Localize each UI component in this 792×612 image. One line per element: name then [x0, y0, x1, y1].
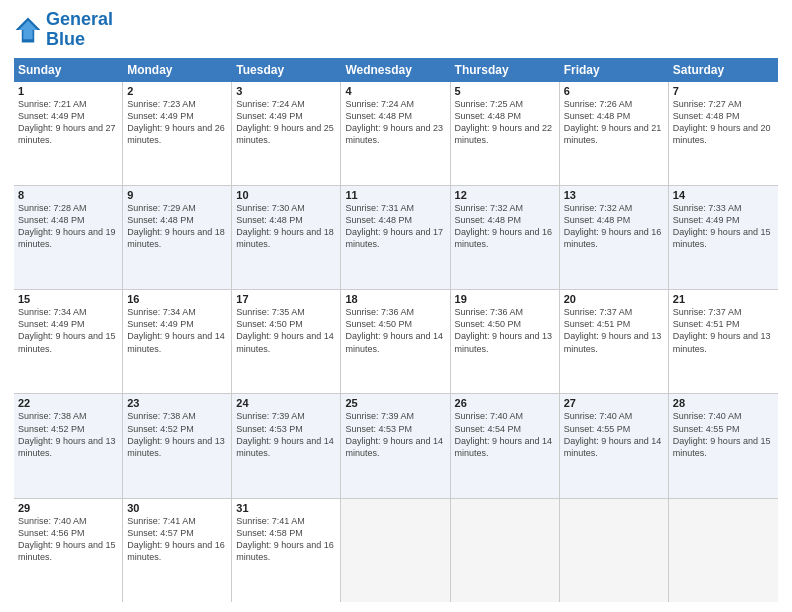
- day-number: 2: [127, 85, 227, 97]
- day-info: Sunrise: 7:24 AM Sunset: 4:49 PM Dayligh…: [236, 98, 336, 147]
- day-info: Sunrise: 7:25 AM Sunset: 4:48 PM Dayligh…: [455, 98, 555, 147]
- empty-cell: [451, 499, 560, 602]
- day-cell-24: 24Sunrise: 7:39 AM Sunset: 4:53 PM Dayli…: [232, 394, 341, 497]
- day-number: 31: [236, 502, 336, 514]
- svg-marker-1: [19, 20, 38, 39]
- day-number: 6: [564, 85, 664, 97]
- header-day-saturday: Saturday: [669, 58, 778, 82]
- calendar-row-3: 15Sunrise: 7:34 AM Sunset: 4:49 PM Dayli…: [14, 290, 778, 394]
- day-info: Sunrise: 7:33 AM Sunset: 4:49 PM Dayligh…: [673, 202, 774, 251]
- day-cell-9: 9Sunrise: 7:29 AM Sunset: 4:48 PM Daylig…: [123, 186, 232, 289]
- day-cell-13: 13Sunrise: 7:32 AM Sunset: 4:48 PM Dayli…: [560, 186, 669, 289]
- day-number: 4: [345, 85, 445, 97]
- day-info: Sunrise: 7:40 AM Sunset: 4:55 PM Dayligh…: [564, 410, 664, 459]
- day-cell-30: 30Sunrise: 7:41 AM Sunset: 4:57 PM Dayli…: [123, 499, 232, 602]
- day-cell-11: 11Sunrise: 7:31 AM Sunset: 4:48 PM Dayli…: [341, 186, 450, 289]
- day-cell-16: 16Sunrise: 7:34 AM Sunset: 4:49 PM Dayli…: [123, 290, 232, 393]
- day-info: Sunrise: 7:32 AM Sunset: 4:48 PM Dayligh…: [455, 202, 555, 251]
- day-number: 15: [18, 293, 118, 305]
- day-number: 8: [18, 189, 118, 201]
- day-number: 3: [236, 85, 336, 97]
- day-info: Sunrise: 7:40 AM Sunset: 4:55 PM Dayligh…: [673, 410, 774, 459]
- header-day-sunday: Sunday: [14, 58, 123, 82]
- day-info: Sunrise: 7:24 AM Sunset: 4:48 PM Dayligh…: [345, 98, 445, 147]
- day-number: 16: [127, 293, 227, 305]
- day-info: Sunrise: 7:31 AM Sunset: 4:48 PM Dayligh…: [345, 202, 445, 251]
- header-day-wednesday: Wednesday: [341, 58, 450, 82]
- day-number: 19: [455, 293, 555, 305]
- day-info: Sunrise: 7:41 AM Sunset: 4:58 PM Dayligh…: [236, 515, 336, 564]
- day-info: Sunrise: 7:37 AM Sunset: 4:51 PM Dayligh…: [564, 306, 664, 355]
- day-info: Sunrise: 7:35 AM Sunset: 4:50 PM Dayligh…: [236, 306, 336, 355]
- day-cell-7: 7Sunrise: 7:27 AM Sunset: 4:48 PM Daylig…: [669, 82, 778, 185]
- day-info: Sunrise: 7:37 AM Sunset: 4:51 PM Dayligh…: [673, 306, 774, 355]
- day-info: Sunrise: 7:30 AM Sunset: 4:48 PM Dayligh…: [236, 202, 336, 251]
- day-info: Sunrise: 7:32 AM Sunset: 4:48 PM Dayligh…: [564, 202, 664, 251]
- day-cell-5: 5Sunrise: 7:25 AM Sunset: 4:48 PM Daylig…: [451, 82, 560, 185]
- day-cell-3: 3Sunrise: 7:24 AM Sunset: 4:49 PM Daylig…: [232, 82, 341, 185]
- page: General Blue SundayMondayTuesdayWednesda…: [0, 0, 792, 612]
- day-number: 5: [455, 85, 555, 97]
- day-info: Sunrise: 7:23 AM Sunset: 4:49 PM Dayligh…: [127, 98, 227, 147]
- day-cell-25: 25Sunrise: 7:39 AM Sunset: 4:53 PM Dayli…: [341, 394, 450, 497]
- day-info: Sunrise: 7:38 AM Sunset: 4:52 PM Dayligh…: [127, 410, 227, 459]
- day-info: Sunrise: 7:41 AM Sunset: 4:57 PM Dayligh…: [127, 515, 227, 564]
- day-info: Sunrise: 7:34 AM Sunset: 4:49 PM Dayligh…: [127, 306, 227, 355]
- day-number: 18: [345, 293, 445, 305]
- day-info: Sunrise: 7:39 AM Sunset: 4:53 PM Dayligh…: [345, 410, 445, 459]
- header-day-friday: Friday: [560, 58, 669, 82]
- calendar-header: SundayMondayTuesdayWednesdayThursdayFrid…: [14, 58, 778, 82]
- day-cell-1: 1Sunrise: 7:21 AM Sunset: 4:49 PM Daylig…: [14, 82, 123, 185]
- day-number: 17: [236, 293, 336, 305]
- day-number: 23: [127, 397, 227, 409]
- day-cell-28: 28Sunrise: 7:40 AM Sunset: 4:55 PM Dayli…: [669, 394, 778, 497]
- day-info: Sunrise: 7:28 AM Sunset: 4:48 PM Dayligh…: [18, 202, 118, 251]
- empty-cell: [341, 499, 450, 602]
- day-info: Sunrise: 7:40 AM Sunset: 4:56 PM Dayligh…: [18, 515, 118, 564]
- day-info: Sunrise: 7:38 AM Sunset: 4:52 PM Dayligh…: [18, 410, 118, 459]
- day-cell-29: 29Sunrise: 7:40 AM Sunset: 4:56 PM Dayli…: [14, 499, 123, 602]
- day-cell-2: 2Sunrise: 7:23 AM Sunset: 4:49 PM Daylig…: [123, 82, 232, 185]
- day-number: 28: [673, 397, 774, 409]
- day-cell-31: 31Sunrise: 7:41 AM Sunset: 4:58 PM Dayli…: [232, 499, 341, 602]
- day-info: Sunrise: 7:34 AM Sunset: 4:49 PM Dayligh…: [18, 306, 118, 355]
- day-cell-19: 19Sunrise: 7:36 AM Sunset: 4:50 PM Dayli…: [451, 290, 560, 393]
- day-number: 20: [564, 293, 664, 305]
- day-cell-15: 15Sunrise: 7:34 AM Sunset: 4:49 PM Dayli…: [14, 290, 123, 393]
- day-number: 13: [564, 189, 664, 201]
- calendar: SundayMondayTuesdayWednesdayThursdayFrid…: [14, 58, 778, 602]
- day-info: Sunrise: 7:40 AM Sunset: 4:54 PM Dayligh…: [455, 410, 555, 459]
- header-day-tuesday: Tuesday: [232, 58, 341, 82]
- day-info: Sunrise: 7:21 AM Sunset: 4:49 PM Dayligh…: [18, 98, 118, 147]
- day-number: 7: [673, 85, 774, 97]
- day-number: 27: [564, 397, 664, 409]
- day-cell-22: 22Sunrise: 7:38 AM Sunset: 4:52 PM Dayli…: [14, 394, 123, 497]
- logo-icon: [14, 16, 42, 44]
- day-number: 10: [236, 189, 336, 201]
- header: General Blue: [14, 10, 778, 50]
- calendar-body: 1Sunrise: 7:21 AM Sunset: 4:49 PM Daylig…: [14, 82, 778, 602]
- calendar-row-2: 8Sunrise: 7:28 AM Sunset: 4:48 PM Daylig…: [14, 186, 778, 290]
- day-number: 25: [345, 397, 445, 409]
- calendar-row-5: 29Sunrise: 7:40 AM Sunset: 4:56 PM Dayli…: [14, 499, 778, 602]
- day-cell-17: 17Sunrise: 7:35 AM Sunset: 4:50 PM Dayli…: [232, 290, 341, 393]
- day-info: Sunrise: 7:29 AM Sunset: 4:48 PM Dayligh…: [127, 202, 227, 251]
- day-info: Sunrise: 7:36 AM Sunset: 4:50 PM Dayligh…: [345, 306, 445, 355]
- day-number: 24: [236, 397, 336, 409]
- calendar-row-4: 22Sunrise: 7:38 AM Sunset: 4:52 PM Dayli…: [14, 394, 778, 498]
- day-number: 22: [18, 397, 118, 409]
- day-info: Sunrise: 7:36 AM Sunset: 4:50 PM Dayligh…: [455, 306, 555, 355]
- day-cell-27: 27Sunrise: 7:40 AM Sunset: 4:55 PM Dayli…: [560, 394, 669, 497]
- day-number: 12: [455, 189, 555, 201]
- header-day-monday: Monday: [123, 58, 232, 82]
- day-cell-12: 12Sunrise: 7:32 AM Sunset: 4:48 PM Dayli…: [451, 186, 560, 289]
- day-cell-21: 21Sunrise: 7:37 AM Sunset: 4:51 PM Dayli…: [669, 290, 778, 393]
- day-cell-23: 23Sunrise: 7:38 AM Sunset: 4:52 PM Dayli…: [123, 394, 232, 497]
- day-number: 30: [127, 502, 227, 514]
- day-info: Sunrise: 7:27 AM Sunset: 4:48 PM Dayligh…: [673, 98, 774, 147]
- day-number: 21: [673, 293, 774, 305]
- day-number: 29: [18, 502, 118, 514]
- empty-cell: [669, 499, 778, 602]
- day-number: 14: [673, 189, 774, 201]
- day-number: 26: [455, 397, 555, 409]
